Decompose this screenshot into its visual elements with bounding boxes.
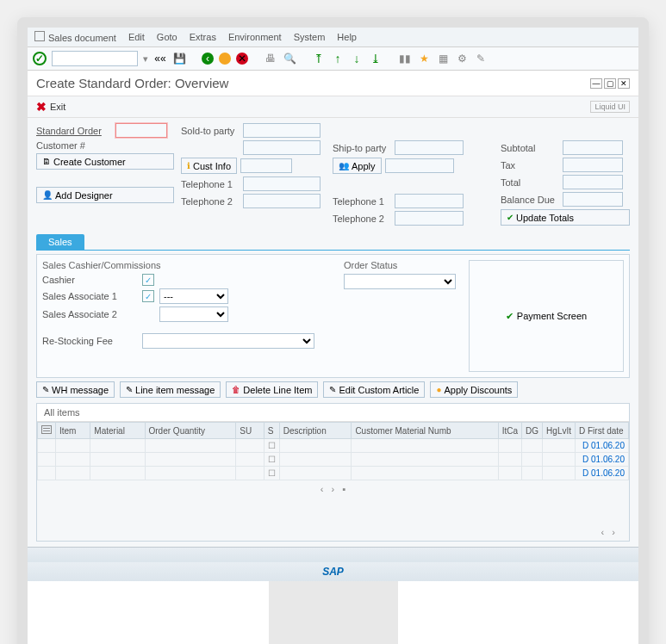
table-config-icon[interactable] [41, 425, 52, 434]
create-customer-button[interactable]: 🗎 Create Customer [36, 153, 174, 170]
col-su[interactable]: SU [236, 423, 264, 439]
line-item-message-button[interactable]: ✎Line item message [120, 381, 221, 398]
standard-order-label: Standard Order [36, 126, 112, 136]
col-item[interactable]: Item [56, 423, 90, 439]
menu-bar: Sales document Edit Goto Extras Environm… [28, 28, 638, 47]
page-title: Create Standard Order: Overview [36, 76, 228, 90]
title-bar: Create Standard Order: Overview — ▢ ✕ [28, 71, 638, 96]
ship-name-input[interactable] [385, 158, 454, 173]
menu-goto[interactable]: Goto [157, 32, 177, 42]
menu-help[interactable]: Help [337, 32, 357, 42]
col-itca[interactable]: ItCa [498, 423, 521, 439]
restock-label: Re-Stocking Fee [42, 336, 137, 346]
sold-tel2-input[interactable] [243, 194, 321, 208]
sold-tel2-label: Telephone 2 [181, 196, 240, 207]
sold-to-input[interactable] [243, 123, 321, 138]
apply-discounts-button[interactable]: ●Apply Discounts [430, 381, 518, 398]
add-designer-button[interactable]: 👤 Add Designer [36, 187, 174, 203]
items-panel: All items Item Material Order Quantity S… [36, 403, 630, 542]
col-dg[interactable]: DG [522, 423, 543, 439]
assoc2-label: Sales Associate 2 [42, 309, 137, 319]
sold-to-name-input[interactable] [243, 140, 321, 155]
table-row[interactable]: ☐D 01.06.20 [38, 453, 629, 467]
table-row[interactable]: ☐D 01.06.20 [38, 439, 629, 453]
find-icon[interactable]: 🔍 [283, 52, 296, 65]
local-layout-icon[interactable]: ✎ [474, 52, 488, 65]
restock-select[interactable] [142, 333, 314, 349]
settings-icon[interactable]: ⚙ [455, 52, 469, 65]
window-close[interactable]: ✕ [618, 78, 630, 89]
col-date[interactable]: D First date [576, 423, 629, 439]
back-icon[interactable]: « [153, 52, 167, 65]
menu-extras[interactable]: Extras [190, 32, 216, 42]
menu-system[interactable]: System [294, 32, 326, 42]
print-icon[interactable]: 🖶 [264, 52, 277, 65]
tax-label: Tax [501, 160, 559, 170]
table-row[interactable]: ☐D 01.06.20 [38, 467, 629, 480]
cancel-nav-icon[interactable]: ✕ [236, 53, 248, 65]
tax-value [563, 158, 623, 172]
balance-label: Balance Due [501, 195, 559, 205]
back-nav-icon[interactable]: ‹ [202, 53, 214, 65]
col-hg[interactable]: HgLvIt [543, 423, 576, 439]
ship-tel2-input[interactable] [395, 211, 464, 226]
apply-ship-button[interactable]: 👥 Apply [333, 158, 382, 174]
first-page-icon[interactable]: ⤒ [312, 52, 326, 65]
enter-icon[interactable] [33, 52, 47, 65]
ship-to-input[interactable] [395, 140, 464, 155]
table-scroll-nav[interactable]: ‹ › ▪ [37, 480, 629, 498]
sold-to-label: Sold-to party [181, 126, 240, 136]
favorite-icon[interactable]: ★ [417, 52, 431, 65]
col-qty[interactable]: Order Quantity [145, 423, 236, 439]
edit-custom-article-button[interactable]: ✎Edit Custom Article [323, 381, 425, 398]
items-title: All items [37, 404, 629, 422]
commissions-title: Sales Cashier/Commissions [42, 260, 335, 270]
assoc1-checkbox[interactable]: ✓ [142, 290, 154, 302]
exit-nav-icon[interactable] [219, 53, 231, 65]
window-minimize[interactable]: — [590, 78, 602, 89]
standard-order-input[interactable] [115, 123, 167, 138]
menu-doc[interactable]: Sales document [34, 31, 116, 43]
sold-tel1-input[interactable] [243, 176, 321, 191]
col-desc[interactable]: Description [279, 423, 352, 439]
ship-tel2-label: Telephone 2 [333, 214, 391, 224]
delete-line-button[interactable]: 🗑Delete Line Item [226, 381, 318, 398]
ship-tel1-input[interactable] [395, 194, 464, 208]
new-session-icon[interactable]: ▮▮ [398, 52, 412, 65]
order-status-select[interactable] [344, 274, 456, 289]
command-field[interactable] [52, 51, 138, 66]
delete-icon: 🗑 [232, 385, 240, 394]
tab-strip: Sales [36, 234, 630, 251]
table-scroll-nav-bottom[interactable]: ‹ › [37, 523, 629, 541]
menu-edit[interactable]: Edit [128, 32, 145, 42]
subtotal-label: Subtotal [501, 143, 559, 153]
balance-value [563, 192, 623, 207]
assoc1-select[interactable]: --- [159, 288, 228, 304]
window-restore[interactable]: ▢ [604, 78, 616, 89]
check-icon: ✔ [506, 311, 514, 322]
assoc2-select[interactable] [159, 307, 228, 322]
tab-sales[interactable]: Sales [36, 234, 84, 250]
message-icon: ✎ [126, 385, 133, 394]
save-icon[interactable]: 💾 [172, 52, 186, 65]
prev-page-icon[interactable]: ↑ [331, 52, 345, 65]
col-s[interactable]: S [264, 423, 279, 439]
next-page-icon[interactable]: ↓ [350, 52, 364, 65]
ship-tel1-label: Telephone 1 [333, 196, 391, 207]
check-icon: ✔ [507, 213, 514, 222]
wh-message-button[interactable]: ✎WH message [36, 381, 115, 398]
update-totals-button[interactable]: ✔ Update Totals [501, 209, 630, 226]
cashier-checkbox[interactable]: ✓ [142, 274, 154, 286]
last-page-icon[interactable]: ⤓ [369, 52, 383, 65]
cust-info-input[interactable] [240, 158, 292, 173]
col-cust-mat[interactable]: Customer Material Numb [352, 423, 498, 439]
col-material[interactable]: Material [90, 423, 145, 439]
cust-info-button[interactable]: ℹ Cust Info [181, 158, 237, 174]
exit-button[interactable]: ✖ Exit [36, 100, 65, 114]
layout-icon[interactable]: ▦ [436, 52, 450, 65]
payment-screen-button[interactable]: ✔ Payment Screen [469, 260, 624, 372]
close-x-icon: ✖ [36, 100, 47, 114]
menu-environment[interactable]: Environment [228, 32, 282, 42]
message-icon: ✎ [42, 385, 49, 394]
assoc1-label: Sales Associate 1 [42, 291, 137, 301]
